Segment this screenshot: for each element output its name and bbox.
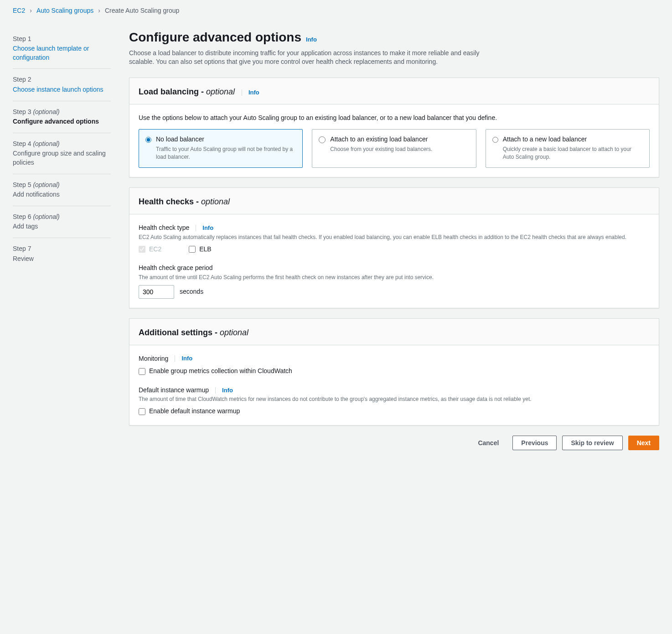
- cancel-button[interactable]: Cancel: [470, 436, 507, 450]
- health-checks-panel: Health checks - optional Health check ty…: [129, 187, 659, 308]
- page-title: Configure advanced options: [129, 28, 301, 46]
- grace-period-input[interactable]: [139, 285, 174, 299]
- monitoring-check-label: Enable group metrics collection within C…: [149, 367, 292, 376]
- lb-intro: Use the options below to attach your Aut…: [139, 114, 650, 123]
- lb-info-link[interactable]: Info: [248, 89, 259, 96]
- warmup-checkbox-row[interactable]: Enable default instance warmup: [139, 407, 650, 416]
- wizard-step-5: Step 5 (optional)Add notifications: [13, 174, 111, 206]
- wizard-step-6: Step 6 (optional)Add tags: [13, 206, 111, 238]
- health-type-info-link[interactable]: Info: [202, 224, 213, 232]
- load-balancing-panel: Load balancing - optional Info Use the o…: [129, 78, 659, 177]
- warmup-label: Default instance warmup: [139, 386, 209, 395]
- chevron-right-icon: ›: [30, 6, 32, 16]
- breadcrumb-ec2[interactable]: EC2: [13, 6, 25, 16]
- breadcrumb: EC2 › Auto Scaling groups › Create Auto …: [13, 6, 659, 16]
- wizard-step-2[interactable]: Step 2Choose instance launch options: [13, 69, 111, 101]
- wizard-step-1[interactable]: Step 1Choose launch template or configur…: [13, 28, 111, 69]
- lb-option-radio-2[interactable]: [492, 136, 498, 143]
- health-ec2-label: EC2: [149, 245, 161, 254]
- breadcrumb-asg[interactable]: Auto Scaling groups: [36, 6, 93, 16]
- monitoring-checkbox-row[interactable]: Enable group metrics collection within C…: [139, 367, 650, 376]
- step-optional-label: (optional): [33, 181, 59, 188]
- monitoring-label: Monitoring: [139, 354, 168, 364]
- step-title: Review: [13, 255, 111, 264]
- grace-label: Health check grace period: [139, 264, 650, 273]
- lb-option-desc: Traffic to your Auto Scaling group will …: [156, 146, 296, 161]
- health-ec2-checkbox-row: EC2: [139, 245, 161, 254]
- additional-heading: Additional settings -: [139, 328, 220, 337]
- step-label: Step 3 (optional): [13, 108, 111, 117]
- lb-option-tile-1[interactable]: Attach to an existing load balancerChoos…: [312, 129, 476, 168]
- health-type-label: Health check type: [139, 223, 189, 233]
- next-button[interactable]: Next: [628, 436, 659, 450]
- additional-settings-panel: Additional settings - optional Monitorin…: [129, 318, 659, 426]
- warmup-info-link[interactable]: Info: [222, 386, 233, 395]
- wizard-step-3: Step 3 (optional)Configure advanced opti…: [13, 101, 111, 133]
- warmup-checkbox[interactable]: [139, 408, 145, 415]
- step-title: Configure group size and scaling policie…: [13, 149, 111, 167]
- step-optional-label: (optional): [33, 108, 59, 115]
- page-title-info-link[interactable]: Info: [306, 36, 317, 44]
- wizard-step-4: Step 4 (optional)Configure group size an…: [13, 133, 111, 174]
- step-label: Step 1: [13, 35, 111, 44]
- step-optional-label: (optional): [33, 140, 59, 147]
- health-elb-checkbox-row[interactable]: ELB: [189, 245, 211, 254]
- lb-option-title: Attach to a new load balancer: [503, 135, 643, 144]
- step-title[interactable]: Choose launch template or configuration: [13, 44, 111, 62]
- warmup-desc: The amount of time that CloudWatch metri…: [139, 395, 650, 403]
- health-type-desc: EC2 Auto Scaling automatically replaces …: [139, 234, 650, 241]
- health-ec2-checkbox: [139, 246, 145, 253]
- chevron-right-icon: ›: [98, 6, 100, 16]
- lb-option-desc: Choose from your existing load balancers…: [330, 146, 432, 153]
- step-title: Configure advanced options: [13, 117, 111, 126]
- breadcrumb-current: Create Auto Scaling group: [105, 6, 179, 16]
- health-elb-checkbox[interactable]: [189, 246, 196, 253]
- lb-optional: optional: [206, 87, 235, 96]
- health-elb-label: ELB: [199, 245, 211, 254]
- monitoring-checkbox[interactable]: [139, 368, 145, 375]
- lb-option-radio-1[interactable]: [319, 136, 326, 143]
- warmup-check-label: Enable default instance warmup: [149, 407, 240, 416]
- wizard-steps: Step 1Choose launch template or configur…: [13, 28, 111, 450]
- wizard-footer: Cancel Previous Skip to review Next: [129, 436, 659, 450]
- lb-heading: Load balancing -: [139, 87, 206, 96]
- step-title: Add notifications: [13, 190, 111, 199]
- lb-option-radio-0[interactable]: [145, 136, 151, 143]
- lb-option-title: No load balancer: [156, 135, 296, 144]
- step-label: Step 4 (optional): [13, 140, 111, 149]
- lb-option-tile-2[interactable]: Attach to a new load balancerQuickly cre…: [486, 129, 650, 168]
- step-label: Step 2: [13, 75, 111, 84]
- lb-option-desc: Quickly create a basic load balancer to …: [503, 146, 643, 161]
- step-optional-label: (optional): [33, 213, 59, 220]
- wizard-step-7: Step 7Review: [13, 238, 111, 270]
- grace-desc: The amount of time until EC2 Auto Scalin…: [139, 274, 650, 281]
- health-heading: Health checks -: [139, 197, 201, 206]
- additional-optional: optional: [220, 328, 248, 337]
- previous-button[interactable]: Previous: [512, 436, 557, 450]
- grace-seconds-label: seconds: [180, 287, 203, 296]
- lb-option-title: Attach to an existing load balancer: [330, 135, 432, 144]
- step-label: Step 7: [13, 244, 111, 254]
- page-description: Choose a load balancer to distribute inc…: [129, 49, 503, 67]
- lb-option-tile-0[interactable]: No load balancerTraffic to your Auto Sca…: [139, 129, 303, 168]
- step-label: Step 5 (optional): [13, 181, 111, 190]
- health-optional: optional: [201, 197, 230, 206]
- monitoring-info-link[interactable]: Info: [181, 354, 192, 363]
- step-title[interactable]: Choose instance launch options: [13, 85, 111, 94]
- step-title: Add tags: [13, 222, 111, 231]
- step-label: Step 6 (optional): [13, 213, 111, 222]
- skip-to-review-button[interactable]: Skip to review: [562, 436, 622, 450]
